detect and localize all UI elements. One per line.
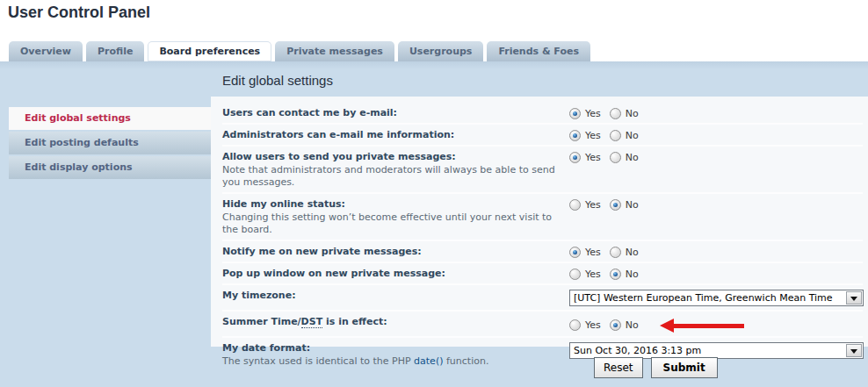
- red-arrow-head-icon: [660, 319, 674, 333]
- radio-no-label[interactable]: No: [626, 269, 639, 280]
- timezone-select[interactable]: [UTC] Western European Time, Greenwich M…: [569, 290, 864, 306]
- user-control-panel-page: User Control Panel Overview Profile Boar…: [0, 0, 868, 387]
- radio-group-admin-email: Yes No: [569, 130, 647, 141]
- setting-row-admin-email: Administrators can e-mail me information…: [222, 125, 863, 147]
- setting-label: Pop up window on new private message:: [222, 267, 569, 280]
- radio-no[interactable]: [610, 108, 621, 119]
- radio-yes[interactable]: [569, 130, 581, 141]
- settings-panel: Users can contact me by e-mail: Yes No A…: [211, 97, 868, 347]
- setting-row-notify-pm: Notify me on new private messages: Yes N…: [222, 241, 863, 263]
- sidebar-item-edit-posting-defaults[interactable]: Edit posting defaults: [9, 132, 211, 154]
- setting-note: Note that administrators and moderators …: [222, 164, 569, 189]
- radio-no-label[interactable]: No: [626, 130, 639, 141]
- php-date-function-link[interactable]: date(): [414, 355, 443, 367]
- timezone-select-value: [UTC] Western European Time, Greenwich M…: [570, 292, 845, 304]
- radio-yes-label[interactable]: Yes: [585, 319, 601, 331]
- red-arrow-annotation: [660, 319, 744, 333]
- setting-row-popup-pm: Pop up window on new private message: Ye…: [222, 263, 863, 285]
- form-buttons: Reset Submit: [594, 357, 718, 378]
- tab-usergroups[interactable]: Usergroups: [398, 41, 483, 61]
- page-title: User Control Panel: [8, 4, 150, 22]
- tab-bar: Overview Profile Board preferences Priva…: [9, 41, 590, 61]
- radio-group-allow-pm: Yes No: [569, 152, 647, 163]
- setting-row-dst: Summer Time/DST is in effect: Yes No: [222, 312, 863, 338]
- setting-label: Administrators can e-mail me information…: [222, 128, 569, 141]
- setting-label: Allow users to send you private messages…: [222, 150, 569, 163]
- reset-button[interactable]: Reset: [594, 357, 643, 378]
- red-arrow-shaft: [674, 324, 744, 328]
- tab-overview[interactable]: Overview: [9, 41, 83, 61]
- radio-no[interactable]: [610, 247, 621, 258]
- radio-no-label[interactable]: No: [626, 152, 639, 163]
- setting-label: My timezone:: [222, 289, 569, 302]
- tab-friends-foes[interactable]: Friends & Foes: [487, 41, 590, 61]
- setting-row-timezone: My timezone: [UTC] Western European Time…: [222, 285, 863, 312]
- radio-group-dst: Yes No: [569, 317, 744, 333]
- dropdown-arrow-icon[interactable]: [846, 291, 862, 305]
- radio-yes-label[interactable]: Yes: [585, 269, 601, 280]
- radio-yes-label[interactable]: Yes: [585, 247, 601, 258]
- radio-group-popup-pm: Yes No: [569, 269, 647, 280]
- radio-no[interactable]: [610, 199, 621, 211]
- radio-yes[interactable]: [569, 319, 581, 331]
- setting-note: The syntax used is identical to the PHP …: [222, 355, 569, 368]
- date-format-select-value: Sun Oct 30, 2016 3:13 pm: [570, 345, 845, 356]
- radio-no[interactable]: [610, 152, 621, 163]
- sidebar-item-edit-display-options[interactable]: Edit display options: [9, 156, 211, 179]
- radio-yes-label[interactable]: Yes: [585, 108, 601, 119]
- setting-label: Users can contact me by e-mail:: [222, 106, 569, 119]
- dropdown-arrow-icon[interactable]: [846, 344, 862, 357]
- setting-row-hide-online: Hide my online status: Changing this set…: [222, 194, 863, 241]
- radio-yes-label[interactable]: Yes: [585, 199, 601, 211]
- radio-no[interactable]: [610, 319, 621, 331]
- radio-yes[interactable]: [569, 108, 581, 119]
- sidebar-item-edit-global-settings[interactable]: Edit global settings: [9, 107, 211, 130]
- radio-yes[interactable]: [569, 247, 581, 258]
- radio-no-label[interactable]: No: [626, 247, 639, 258]
- radio-no[interactable]: [610, 130, 621, 141]
- submit-button[interactable]: Submit: [651, 357, 718, 378]
- setting-label: Hide my online status:: [222, 197, 569, 211]
- radio-no-label[interactable]: No: [626, 319, 639, 331]
- ucp-content-wrapper: Edit global settings Edit global setting…: [0, 61, 868, 387]
- setting-label: Notify me on new private messages:: [222, 245, 569, 258]
- tab-board-preferences[interactable]: Board preferences: [148, 41, 271, 61]
- radio-yes[interactable]: [569, 199, 581, 211]
- radio-yes-label[interactable]: Yes: [585, 130, 601, 141]
- radio-group-notify-pm: Yes No: [569, 247, 647, 258]
- radio-yes-label[interactable]: Yes: [585, 152, 601, 163]
- dst-abbreviation: DST: [301, 316, 323, 328]
- setting-label: My date format:: [222, 341, 569, 355]
- tab-private-messages[interactable]: Private messages: [275, 41, 394, 61]
- radio-yes[interactable]: [569, 269, 581, 280]
- tab-profile[interactable]: Profile: [86, 41, 144, 61]
- radio-yes[interactable]: [569, 152, 581, 163]
- setting-note: Changing this setting won’t become effec…: [222, 211, 569, 236]
- setting-row-allow-pm: Allow users to send you private messages…: [222, 147, 863, 194]
- radio-group-contact-email: Yes No: [569, 108, 647, 119]
- sidebar-menu: Edit global settings Edit posting defaul…: [9, 107, 211, 181]
- radio-no-label[interactable]: No: [626, 108, 639, 119]
- radio-no[interactable]: [610, 269, 621, 280]
- setting-row-date-format: My date format: The syntax used is ident…: [222, 338, 863, 371]
- radio-group-hide-online: Yes No: [569, 199, 647, 211]
- setting-row-contact-email: Users can contact me by e-mail: Yes No: [222, 103, 863, 125]
- setting-label: Summer Time/DST is in effect:: [222, 315, 569, 328]
- radio-no-label[interactable]: No: [626, 199, 639, 211]
- panel-title: Edit global settings: [222, 73, 333, 88]
